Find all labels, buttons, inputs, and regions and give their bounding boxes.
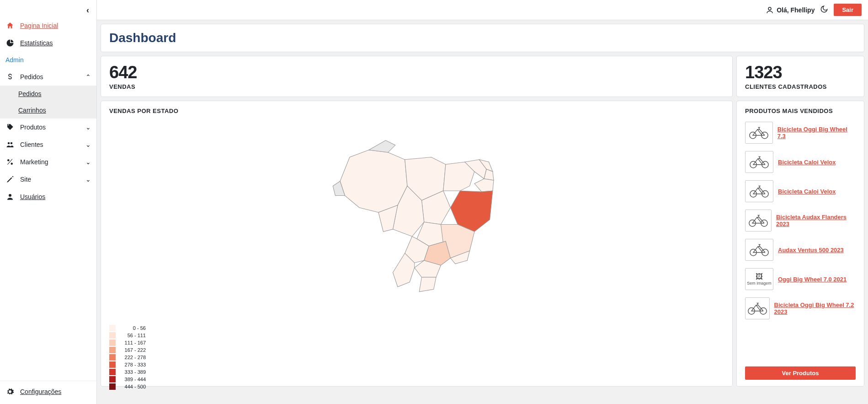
product-link[interactable]: Audax Ventus 500 2023 — [778, 247, 844, 253]
sidebar-item-site[interactable]: Site ⌄ — [0, 171, 96, 188]
see-products-button[interactable]: Ver Produtos — [745, 366, 856, 380]
legend-row: 0 - 56 — [109, 324, 724, 332]
dollar-icon — [5, 73, 15, 81]
sales-by-state-card: VENDAS POR ESTADO — [101, 101, 733, 387]
legend-range: 278 - 333 — [118, 362, 146, 367]
legend-row: 333 - 389 — [109, 368, 724, 376]
home-icon — [5, 22, 15, 30]
sidebar-label-usuarios: Usuários — [20, 193, 45, 200]
product-thumb — [745, 297, 770, 319]
dark-mode-toggle-icon[interactable] — [820, 5, 828, 15]
chevron-down-icon: ⌄ — [85, 124, 91, 131]
legend-range: 56 - 111 — [118, 333, 146, 338]
sidebar-item-home[interactable]: Pagina Inicial — [0, 17, 96, 34]
percent-icon — [5, 158, 15, 166]
map-legend: 0 - 5656 - 111111 - 167167 - 222222 - 27… — [109, 321, 724, 390]
page-title-card: Dashboard — [101, 24, 864, 52]
sidebar-item-stats[interactable]: Estatísticas — [0, 34, 96, 52]
sidebar-item-usuarios[interactable]: Usuários — [0, 188, 96, 205]
user-icon — [5, 193, 15, 201]
legend-range: 111 - 167 — [118, 340, 146, 345]
sidebar-label-home: Pagina Inicial — [20, 22, 58, 29]
svg-point-5 — [768, 7, 771, 10]
legend-range: 0 - 56 — [118, 325, 146, 331]
legend-range: 389 - 444 — [118, 377, 146, 382]
user-outline-icon — [766, 6, 774, 14]
users-icon — [5, 140, 15, 149]
legend-row: 278 - 333 — [109, 361, 724, 368]
product-link[interactable]: Bicicleta Caloi Velox — [778, 188, 836, 195]
product-link[interactable]: Bicicleta Caloi Velox — [778, 159, 836, 166]
product-thumb-no-image: 🖼Sem Imagem — [745, 268, 773, 290]
collapse-sidebar-icon[interactable]: ‹ — [86, 5, 89, 15]
legend-range: 444 - 500 — [118, 384, 146, 389]
sidebar-label-produtos: Produtos — [20, 124, 46, 131]
sidebar-section-admin: Admin — [0, 52, 96, 68]
legend-swatch — [109, 369, 116, 375]
legend-swatch — [109, 347, 116, 353]
no-image-label: Sem Imagem — [747, 281, 772, 285]
sidebar-label-stats: Estatísticas — [20, 39, 53, 47]
sidebar-label-clientes: Clientes — [20, 141, 43, 148]
legend-row: 56 - 111 — [109, 332, 724, 339]
legend-row: 222 - 278 — [109, 354, 724, 361]
legend-range: 167 - 222 — [118, 347, 146, 353]
chevron-down-icon: ⌄ — [85, 176, 91, 183]
top-products-card: PRODUTOS MAIS VENDIDOS Bicicleta Oggi Bi… — [736, 101, 864, 387]
product-item: Bicicleta Caloi Velox — [745, 147, 856, 177]
product-link[interactable]: Bicicleta Audax Flanders 2023 — [776, 214, 856, 227]
legend-swatch — [109, 339, 116, 346]
user-greeting: Olá, Fhellipy — [766, 6, 815, 14]
svg-point-4 — [9, 194, 11, 197]
product-link[interactable]: Bicicleta Oggi Big Wheel 7.3 — [777, 126, 856, 140]
sales-count: 642 — [109, 63, 724, 82]
product-item: Bicicleta Oggi Big Wheel 7.2 2023 — [745, 294, 856, 323]
sidebar-label-site: Site — [20, 176, 31, 183]
product-thumb — [745, 180, 773, 202]
clients-count: 1323 — [745, 63, 856, 82]
legend-range: 222 - 278 — [118, 355, 146, 360]
pie-chart-icon — [5, 39, 15, 47]
greeting-text: Olá, Fhellipy — [777, 6, 815, 14]
product-thumb — [745, 122, 773, 144]
image-placeholder-icon: 🖼 — [756, 273, 763, 281]
svg-point-0 — [8, 142, 10, 145]
product-thumb — [745, 210, 772, 232]
sidebar-item-produtos[interactable]: Produtos ⌄ — [0, 119, 96, 136]
sidebar-label-pedidos: Pedidos — [20, 73, 43, 81]
logout-button[interactable]: Sair — [834, 4, 862, 16]
legend-swatch — [109, 332, 116, 339]
sidebar-subitem-carrinhos[interactable]: Carrinhos — [0, 102, 96, 119]
clients-stat-card: 1323 CLIENTES CADASTRADOS — [736, 56, 864, 97]
chevron-down-icon: ⌄ — [85, 141, 91, 148]
product-item: 🖼Sem ImagemOggi Big Wheel 7.0 2021 — [745, 264, 856, 294]
sidebar-item-pedidos[interactable]: Pedidos ⌃ — [0, 68, 96, 86]
tag-icon — [5, 123, 15, 131]
product-item: Bicicleta Caloi Velox — [745, 177, 856, 206]
top-products-title: PRODUTOS MAIS VENDIDOS — [745, 108, 856, 114]
product-item: Audax Ventus 500 2023 — [745, 235, 856, 264]
sidebar-item-marketing[interactable]: Marketing ⌄ — [0, 153, 96, 171]
page-title: Dashboard — [109, 31, 856, 45]
brazil-map — [321, 124, 513, 316]
product-thumb — [745, 151, 773, 173]
product-item: Bicicleta Oggi Big Wheel 7.3 — [745, 118, 856, 147]
legend-swatch — [109, 361, 116, 368]
sidebar-label-config: Configurações — [20, 388, 61, 395]
legend-range: 333 - 389 — [118, 369, 146, 375]
sidebar-subitem-pedidos[interactable]: Pedidos — [0, 86, 96, 102]
product-link[interactable]: Oggi Big Wheel 7.0 2021 — [778, 276, 847, 283]
sales-stat-card: 642 VENDAS — [101, 56, 733, 97]
legend-swatch — [109, 325, 116, 331]
topbar: Olá, Fhellipy Sair — [97, 0, 868, 20]
map-title: VENDAS POR ESTADO — [109, 108, 724, 114]
sales-label: VENDAS — [109, 83, 724, 90]
clients-label: CLIENTES CADASTRADOS — [745, 83, 856, 90]
legend-swatch — [109, 383, 116, 390]
sidebar-item-config[interactable]: Configurações — [0, 383, 96, 400]
legend-row: 167 - 222 — [109, 346, 724, 354]
product-link[interactable]: Bicicleta Oggi Big Wheel 7.2 2023 — [774, 302, 856, 315]
legend-swatch — [109, 376, 116, 382]
legend-swatch — [109, 354, 116, 361]
sidebar-item-clientes[interactable]: Clientes ⌄ — [0, 136, 96, 153]
